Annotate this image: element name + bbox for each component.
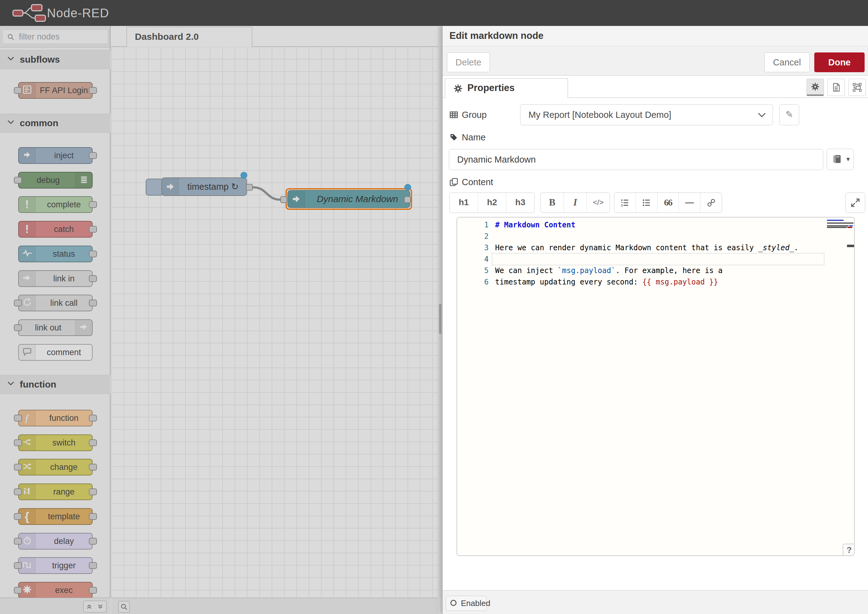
input-port[interactable] (14, 177, 22, 184)
input-port[interactable] (14, 324, 22, 331)
output-port[interactable] (246, 184, 253, 191)
output-port[interactable] (89, 587, 97, 594)
input-port[interactable] (14, 538, 22, 544)
output-port[interactable] (89, 562, 97, 569)
output-port[interactable] (89, 152, 97, 159)
palette-node-link-out[interactable]: link out (18, 319, 93, 336)
input-port[interactable] (14, 562, 22, 569)
canvas-scrollbar[interactable] (438, 26, 443, 598)
input-port[interactable] (14, 299, 22, 306)
tab-description-button[interactable] (828, 79, 845, 96)
flow-canvas[interactable]: Dashboard 2.0 timestamp ↻ Dynamic Markdo… (111, 26, 438, 614)
code-button[interactable]: </> (587, 193, 610, 212)
palette-node-function[interactable]: ƒfunction (18, 410, 93, 426)
palette-category-subflows[interactable]: subflows (0, 50, 110, 69)
search-icon (7, 33, 14, 41)
palette-node-change[interactable]: change (18, 459, 93, 476)
tab-label: Dashboard 2.0 (127, 27, 252, 46)
output-port[interactable] (89, 513, 97, 520)
h2-button[interactable]: h2 (478, 193, 506, 212)
palette-node-complete[interactable]: !complete (18, 196, 93, 213)
output-port[interactable] (89, 87, 97, 94)
output-port[interactable] (89, 415, 97, 422)
scrollbar-thumb[interactable] (439, 304, 441, 334)
output-port[interactable] (89, 226, 97, 233)
palette-node-exec[interactable]: exec (18, 582, 93, 598)
group-select[interactable]: My Report [Notebook Layout Demo] (520, 104, 773, 125)
blockquote-button[interactable]: 66 (657, 193, 679, 212)
palette-category-function[interactable]: function (0, 375, 110, 394)
palette-node-range[interactable]: range (18, 484, 93, 500)
input-port[interactable] (14, 464, 22, 471)
canvas-node-dynamic-markdown[interactable]: Dynamic Markdown (287, 190, 410, 208)
palette-node-debug[interactable]: debug (18, 172, 93, 189)
link-button[interactable] (700, 193, 722, 212)
tab-appearance-button[interactable] (849, 79, 866, 96)
node-enabled-toggle[interactable]: Enabled (446, 596, 486, 611)
palette-node-inject[interactable]: inject (18, 147, 93, 164)
output-port[interactable] (89, 201, 97, 208)
output-port[interactable] (89, 538, 97, 544)
env-var-button[interactable]: ▾ (827, 149, 854, 170)
palette-node-FF-API-Login[interactable]: FF API Login (18, 82, 93, 99)
palette-node-link-call[interactable]: link call (18, 295, 93, 311)
input-port[interactable] (14, 488, 22, 495)
appearance-icon (852, 83, 862, 92)
input-port[interactable] (14, 87, 22, 94)
delete-button[interactable]: Delete (447, 53, 490, 72)
palette-node-template[interactable]: {template (18, 508, 93, 525)
name-input[interactable] (449, 149, 823, 170)
expand-all-button[interactable] (95, 601, 107, 612)
palette-search-input[interactable]: filter nodes (3, 29, 108, 44)
output-port[interactable] (89, 275, 97, 282)
palette-category-common[interactable]: common (0, 113, 110, 133)
markdown-editor[interactable]: 1# Markdown Content 2 3Here we can rende… (457, 217, 855, 556)
palette-node-link-in[interactable]: link in (18, 270, 93, 287)
horizontal-rule-button[interactable]: — (679, 193, 700, 212)
input-port[interactable] (280, 196, 287, 203)
done-button[interactable]: Done (814, 53, 865, 72)
tab-dashboard-2.0[interactable]: Dashboard 2.0 (127, 27, 252, 47)
editor-help-button[interactable]: ? (843, 544, 855, 556)
expand-editor-button[interactable] (845, 192, 865, 213)
output-port[interactable] (89, 439, 97, 446)
palette-node-status[interactable]: status (18, 246, 93, 262)
palette-node-delay[interactable]: delay (18, 533, 93, 549)
h3-button[interactable]: h3 (506, 193, 534, 212)
output-port[interactable] (89, 464, 97, 471)
canvas-footer (111, 598, 438, 614)
palette-node-catch[interactable]: !catch (18, 221, 93, 237)
edit-node-tray: Edit markdown node Delete Cancel Done Pr… (443, 26, 868, 614)
input-port[interactable] (14, 439, 22, 446)
canvas-node-timestamp[interactable]: timestamp ↻ (161, 177, 247, 196)
link-icon (707, 198, 716, 207)
output-port[interactable] (89, 488, 97, 495)
edit-group-button[interactable]: ✎ (779, 104, 799, 125)
editor-lines: 1# Markdown Content 2 3Here we can rende… (457, 219, 854, 288)
name-field-label: Name (449, 132, 486, 143)
tab-properties[interactable]: Properties (445, 78, 568, 98)
italic-button[interactable]: I (564, 193, 587, 212)
input-port[interactable] (14, 513, 22, 520)
inject-trigger-button[interactable] (146, 179, 164, 195)
chevron-down-icon (8, 120, 14, 126)
editor-minimap[interactable] (827, 217, 855, 310)
palette-node-switch[interactable]: switch (18, 434, 93, 451)
input-port[interactable] (14, 587, 22, 594)
tab-properties-icon-button[interactable] (807, 79, 824, 96)
zoom-search-button[interactable] (118, 601, 130, 612)
collapse-all-button[interactable] (83, 601, 95, 612)
output-port[interactable] (89, 299, 97, 306)
tray-toolbar: Delete Cancel Done (443, 46, 868, 76)
input-port[interactable] (14, 415, 22, 422)
chevron-down-icon (8, 56, 14, 62)
palette-node-trigger[interactable]: trigger (18, 557, 93, 574)
h1-button[interactable]: h1 (450, 193, 478, 212)
unordered-list-button[interactable] (636, 193, 657, 212)
output-port[interactable] (404, 196, 411, 203)
bold-button[interactable]: B (541, 193, 564, 212)
cancel-button[interactable]: Cancel (764, 53, 810, 72)
output-port[interactable] (89, 251, 97, 257)
palette-node-comment[interactable]: comment (18, 344, 93, 361)
ordered-list-button[interactable] (614, 193, 636, 212)
